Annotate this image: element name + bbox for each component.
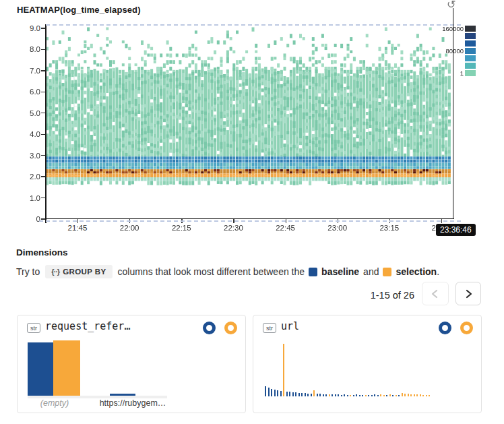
baseline-bar [377,395,379,396]
selection-boundary-top [46,24,461,26]
dimension-card: str url [253,315,482,413]
selection-bar [404,394,406,396]
x-tick-label: 22:15 [161,224,201,232]
baseline-bar [362,395,363,396]
selection-swatch-icon [383,268,391,276]
selection-label: selection. [396,266,439,277]
legend-label: 80000 [431,47,464,55]
hint-text-prefix: Try to [16,266,40,277]
card-chart[interactable]: (empty)https://rubygem… [18,315,245,413]
x-tick-label: 22:00 [109,224,150,232]
baseline-bar [286,392,288,396]
selection-bar [350,395,351,396]
y-tick-mark [41,28,45,28]
selection-bar [283,344,284,396]
x-tick-label: 23:00 [317,224,358,232]
y-tick-label: 1.0 [16,193,40,203]
category-label: (empty) [14,398,95,408]
baseline-bar [386,395,387,396]
bubbleup-view: HEATMAP(log_time_elapsed) 9.08.07.06.05.… [0,0,504,424]
baseline-bar [289,392,290,396]
y-tick-mark [41,134,45,135]
selection-bar [396,395,397,396]
baseline-bar [295,392,296,396]
legend-label: 1 [431,69,464,77]
pagination-range: 1-15 of 26 [357,290,414,301]
braces-icon: {··} [51,268,59,276]
y-tick-mark [41,113,45,113]
x-tick-label: 21:45 [57,224,98,232]
baseline-bar [317,394,318,396]
chevron-right-icon [462,288,474,300]
selection-bar [410,394,412,396]
y-tick-mark [41,218,45,219]
selection-bar [389,394,391,396]
selection-bar [429,395,430,396]
baseline-bar [292,392,294,396]
baseline-swatch-icon [309,268,317,276]
baseline-bar [274,390,276,396]
category-label: https://rubygem… [92,398,173,408]
heatmap-plot[interactable] [46,24,453,220]
selection-bar [329,394,330,396]
y-tick-label: 6.0 [16,87,40,96]
baseline-bar [335,394,336,396]
legend-swatch [465,63,476,69]
y-axis-line [45,24,46,223]
baseline-bar [277,390,278,396]
selection-bar [426,395,427,396]
baseline-bar [323,394,324,396]
heatmap-canvas[interactable] [46,24,453,220]
baseline-bar [268,388,270,396]
dimension-card: str request_refer… (empty)https://rubyge… [17,315,246,413]
baseline-bar [353,395,354,396]
prev-page-button[interactable] [422,282,449,305]
y-tick-mark [41,92,45,92]
group-by-label: GROUP BY [63,268,106,276]
legend-swatch [465,48,476,54]
y-tick-label: 9.0 [16,24,40,33]
y-tick-label: 5.0 [16,109,40,118]
baseline-bar [374,394,375,396]
legend-swatch [465,70,476,76]
selection-bar [422,395,424,396]
selection-boundary-bottom [39,220,461,222]
selection-bar [380,394,381,396]
heatmap-title: HEATMAP(log_time_elapsed) [17,5,141,15]
selection-bar [420,394,421,396]
next-page-button[interactable] [455,282,481,305]
baseline-bar [325,394,327,396]
baseline-bar [359,395,360,396]
reset-zoom-icon[interactable]: ↺ [447,0,455,11]
baseline-bar [311,394,312,396]
baseline-bar [356,394,357,396]
legend-swatch [465,33,476,39]
crosshair-line [453,8,454,218]
y-tick-label: 8.0 [16,44,40,54]
y-tick-label: 7.0 [16,66,40,75]
x-axis-line [41,218,454,220]
heatmap-panel: HEATMAP(log_time_elapsed) 9.08.07.06.05.… [0,0,504,244]
y-tick-mark [41,70,45,71]
y-tick-mark [41,155,45,156]
group-by-button[interactable]: {··} GROUP BY [45,265,112,278]
y-tick-mark [41,198,45,198]
chevron-left-icon [429,288,441,300]
baseline-bar [341,395,342,396]
y-tick-mark [41,176,45,177]
x-tick-label: 22:30 [213,224,253,232]
baseline-bar [307,394,309,396]
baseline-bar [392,395,393,396]
baseline-bar [347,395,348,396]
baseline-bar [344,394,345,396]
baseline-bar [298,393,300,396]
selection-bar [53,340,80,396]
x-tick-label: 22:45 [265,224,306,232]
selection-bar [313,390,315,396]
dimensions-heading: Dimensions [16,247,68,258]
selection-bar [416,394,418,396]
selection-bar [402,393,403,396]
y-tick-label: 2.0 [16,172,40,181]
card-chart[interactable] [253,315,481,413]
baseline-label: baseline [321,266,359,277]
